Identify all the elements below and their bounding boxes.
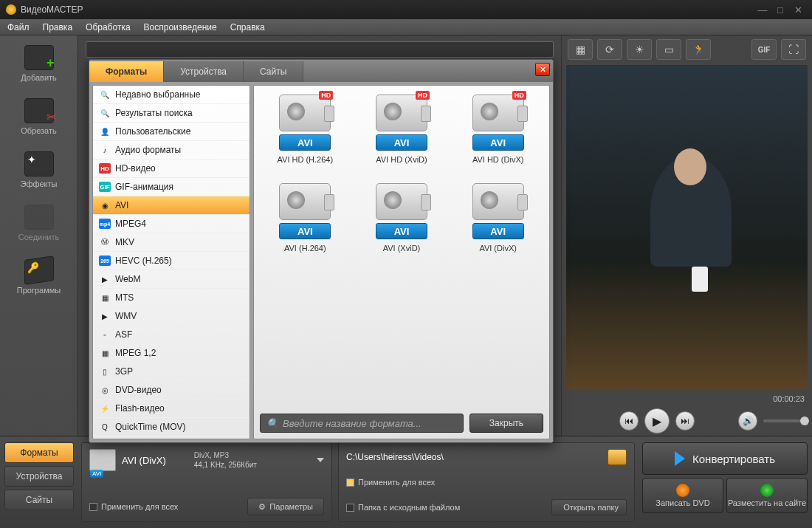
category-item[interactable]: GIFGIF-анимация [93,178,250,196]
format-card[interactable]: HDAVIAVI HD (H.264) [257,92,354,180]
category-icon: ⚡ [99,403,111,414]
output-path-box: C:\Users\heiress\Videos\ Применить для в… [338,442,635,522]
format-label: AVI (XviD) [383,244,421,253]
codec-thumbnail-icon: AVI [89,449,116,471]
format-grid: HDAVIAVI HD (H.264)HDAVIAVI HD (XviD)HDA… [254,86,549,408]
format-search-input[interactable]: 🔍Введите название формата... [260,414,464,433]
menu-edit[interactable]: Правка [43,22,73,32]
category-label: MPEG4 [115,219,146,229]
format-card[interactable]: AVIAVI (DivX) [450,180,546,269]
format-card[interactable]: AVIAVI (XviD) [354,180,450,269]
tool-trim-icon[interactable]: ▭ [656,39,681,60]
category-item[interactable]: ▯3GP [93,363,250,381]
menu-file[interactable]: Файл [7,22,30,32]
tool-brightness-icon[interactable]: ☀ [627,39,652,60]
codec-name: AVI (DivX) [122,455,166,466]
path-apply-all-checkbox[interactable]: Применить для всех [346,478,435,487]
category-item[interactable]: ◉AVI [93,196,250,215]
category-item[interactable]: 🔍Недавно выбранные [93,86,250,104]
preview-video[interactable] [566,65,808,390]
category-item[interactable]: 🔍Результаты поиска [93,104,250,123]
minimize-icon[interactable]: ― [754,4,771,15]
category-item[interactable]: ⚡Flash-видео [93,400,250,418]
codec-apply-all-checkbox[interactable]: Применить для всех [89,502,178,511]
tool-fullscreen-icon[interactable]: ⛶ [781,39,806,60]
category-item[interactable]: ♪Аудио форматы [93,141,250,160]
effects-icon [24,151,54,176]
category-item[interactable]: ▦MPEG 1,2 [93,344,250,363]
format-tag: AVI [279,223,331,239]
category-icon: ◎ [99,385,111,395]
menu-process[interactable]: Обработка [86,22,131,32]
convert-icon [675,451,685,466]
category-item[interactable]: ▫ASF [93,326,250,344]
browse-folder-button[interactable] [608,449,627,465]
volume-slider[interactable] [763,419,805,422]
sidebar-join[interactable]: Соединить [10,201,68,245]
bottom-tab-formats[interactable]: Форматы [4,442,74,463]
params-button[interactable]: ⚙Параметры [247,498,324,515]
menu-playback[interactable]: Воспроизведение [144,22,217,32]
bottom-tab-sites[interactable]: Сайты [4,490,74,510]
sidebar-add[interactable]: Добавить [10,41,68,86]
category-item[interactable]: ⓂMKV [93,233,250,252]
tool-rotate-icon[interactable]: ⟳ [597,39,622,60]
publish-web-button[interactable]: Разместить на сайте [726,478,808,513]
preview-panel: ▦ ⟳ ☀ ▭ 🏃 GIF ⛶ 00:00:23 ⏮ ▶ ⏭ [561,35,812,436]
format-card[interactable]: AVIAVI (H.264) [257,180,354,269]
menu-help[interactable]: Справка [230,22,265,32]
category-item[interactable]: mp4MPEG4 [93,215,250,233]
maximize-icon[interactable]: □ [772,4,788,15]
modal-category-list[interactable]: 🔍Недавно выбранные🔍Результаты поиска👤Пол… [92,85,250,439]
category-item[interactable]: 265HEVC (H.265) [93,252,250,270]
sidebar-effects[interactable]: Эффекты [10,148,68,192]
modal-tab-devices[interactable]: Устройства [164,61,244,82]
volume-icon[interactable]: 🔊 [738,411,757,431]
category-item[interactable]: HDHD-видео [93,160,250,178]
center-search-input[interactable] [86,41,554,58]
format-card[interactable]: HDAVIAVI HD (XviD) [354,92,450,180]
modal-close-button[interactable]: Закрыть [469,414,543,433]
camera-icon [376,183,427,220]
join-icon [24,205,54,230]
category-item[interactable]: ▦MTS [93,289,250,307]
category-item[interactable]: ▶WebM [93,270,250,289]
tool-gif-button[interactable]: GIF [751,39,777,60]
modal-tabs: Форматы Устройства Сайты ✕ [89,60,553,82]
sidebar-programs-label: Программы [17,286,61,295]
modal-tab-sites[interactable]: Сайты [244,61,303,82]
convert-button[interactable]: Конвертировать [642,442,808,475]
sidebar-programs[interactable]: Программы [10,254,68,298]
bottom-tab-devices[interactable]: Устройства [4,466,74,487]
video-subject [650,156,732,267]
prev-frame-button[interactable]: ⏮ [619,411,639,431]
codec-box[interactable]: AVI AVI (DivX) DivX, MP3 44,1 KHz, 256Кб… [81,442,332,522]
category-item[interactable]: ◎DVD-видео [93,381,250,400]
modal-close-icon[interactable]: ✕ [535,63,550,76]
category-item[interactable]: ▶WMV [93,307,250,326]
close-icon[interactable]: ✕ [790,4,806,15]
camera-icon: HD [472,95,524,131]
preview-timecode: 00:00:23 [562,391,812,406]
category-label: WMV [115,311,137,321]
category-item[interactable]: 👤Пользовательские [93,123,250,141]
codec-dropdown-icon[interactable] [317,458,324,462]
format-label: AVI HD (DivX) [472,155,523,164]
next-frame-button[interactable]: ⏭ [675,411,695,431]
category-item[interactable]: QQuickTime (MOV) [93,418,250,436]
modal-tab-formats[interactable]: Форматы [89,61,164,82]
burn-dvd-button[interactable]: Записать DVD [642,478,723,513]
tool-speed-icon[interactable]: 🏃 [686,39,711,60]
category-icon: GIF [99,182,111,192]
search-placeholder: Введите название формата... [283,418,422,429]
play-button[interactable]: ▶ [644,408,670,433]
codec-line1: DivX, MP3 [194,450,257,460]
output-path: C:\Users\heiress\Videos\ [346,452,603,462]
open-folder-button[interactable]: Открыть папку [551,499,627,515]
category-label: Результаты поиска [115,108,193,118]
format-card[interactable]: HDAVIAVI HD (DivX) [450,92,546,180]
source-folder-checkbox[interactable]: Папка с исходным файлом [346,503,460,512]
tool-crop-icon[interactable]: ▦ [568,39,593,60]
sidebar-cut[interactable]: Обрезать [10,95,68,139]
hd-badge: HD [512,91,526,100]
